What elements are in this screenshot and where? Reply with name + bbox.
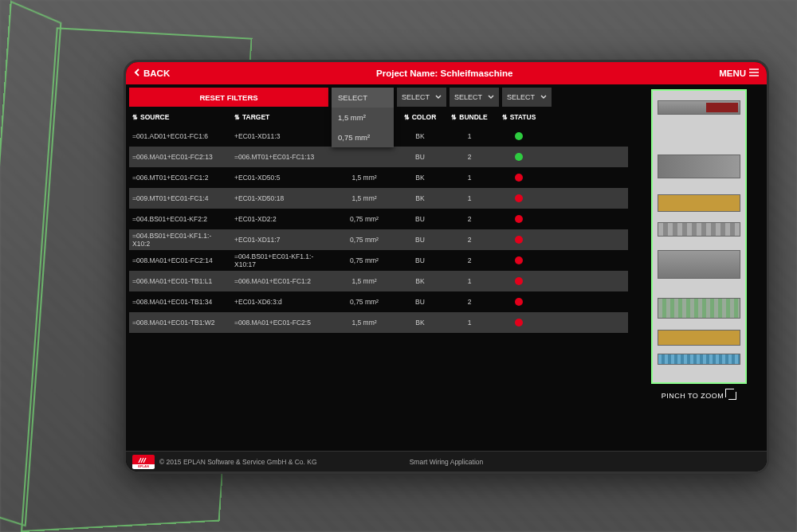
column-header-bundle[interactable]: ⇅ BUNDLE: [445, 113, 494, 121]
cell-bundle: 1: [445, 194, 494, 202]
preview-rack: [658, 155, 740, 178]
cell-status: [494, 298, 544, 306]
status-dot-icon: [515, 298, 523, 306]
app-window: BACK Project Name: Schleifmaschine MENU …: [124, 60, 769, 474]
content-area: RESET FILTERS SELECT 1,5 mm² 0,75 mm² SE…: [126, 84, 767, 451]
cell-source: =008.MA01+EC01-FC2:14: [129, 256, 231, 264]
hamburger-icon: [749, 68, 759, 78]
chevron-left-icon: [134, 68, 140, 78]
status-dot-icon: [515, 319, 523, 327]
zoom-hint: PINCH TO ZOOM: [662, 392, 737, 400]
filter-color-select[interactable]: SELECT: [397, 88, 446, 107]
filter-status-select[interactable]: SELECT: [502, 88, 552, 107]
cell-cross-section: 0,75 mm²: [333, 298, 395, 306]
dropdown-option[interactable]: 1,5 mm²: [332, 108, 394, 127]
cell-bundle: 1: [445, 174, 494, 182]
chevron-down-icon: [488, 93, 494, 101]
cell-bundle: 2: [445, 215, 494, 223]
header-bar: BACK Project Name: Schleifmaschine MENU: [126, 62, 767, 84]
back-button[interactable]: BACK: [134, 68, 170, 78]
cell-target: =008.MA01+EC01-FC2:5: [231, 319, 333, 327]
cell-target: =006.MA01+EC01-FC1:2: [231, 277, 333, 285]
table-row[interactable]: =004.BS01+EC01-KF1.1:-X10:2+EC01-XD11:70…: [129, 229, 628, 250]
cell-bundle: 1: [445, 277, 494, 285]
filter-row: RESET FILTERS SELECT 1,5 mm² 0,75 mm² SE…: [129, 88, 628, 107]
table-row[interactable]: =008.MA01+EC01-TB1:W2=008.MA01+EC01-FC2:…: [129, 312, 628, 333]
cell-target: =006.MT01+EC01-FC1:13: [231, 153, 333, 161]
sort-icon: ⇅: [234, 114, 240, 121]
table-body: =001.AD01+EC01-FC1:6+EC01-XD11:3BK1=006.…: [129, 126, 628, 333]
preview-rack: [658, 222, 740, 237]
cell-status: [494, 277, 544, 285]
table-row[interactable]: =004.BS01+EC01-KF2:2+EC01-XD2:20,75 mm²B…: [129, 209, 628, 229]
table-row[interactable]: =009.MT01+EC01-FC1:4+EC01-XD50:181,5 mm²…: [129, 188, 628, 209]
cabinet-preview[interactable]: [651, 89, 747, 384]
cell-bundle: 2: [445, 256, 494, 264]
cell-source: =006.MA01+EC01-FC2:13: [129, 153, 231, 161]
cell-cross-section: 0,75 mm²: [333, 236, 395, 244]
status-dot-icon: [515, 236, 523, 244]
cell-color: BK: [395, 174, 445, 182]
column-header-source[interactable]: ⇅ SOURCE: [129, 113, 231, 121]
column-header-status[interactable]: ⇅ STATUS: [494, 113, 544, 121]
cell-status: [494, 194, 544, 202]
table-row[interactable]: =006.MA01+EC01-TB1:L1=006.MA01+EC01-FC1:…: [129, 271, 628, 291]
cell-cross-section: 1,5 mm²: [333, 319, 395, 327]
table-row[interactable]: =008.MA01+EC01-TB1:34+EC01-XD6:3:d0,75 m…: [129, 291, 628, 312]
cross-section-dropdown[interactable]: SELECT 1,5 mm² 0,75 mm²: [332, 88, 394, 147]
cell-status: [494, 236, 544, 244]
status-dot-icon: [515, 174, 523, 182]
preview-rack: [658, 250, 740, 279]
eplan-logo: EPLAN: [132, 455, 155, 469]
reset-filters-button[interactable]: RESET FILTERS: [129, 88, 328, 107]
preview-rack: [658, 330, 740, 346]
cell-source: =001.AD01+EC01-FC1:6: [129, 132, 231, 140]
cell-source: =006.MT01+EC01-FC1:2: [129, 174, 231, 182]
cell-target: +EC01-XD6:3:d: [231, 298, 333, 306]
column-header-target[interactable]: ⇅ TARGET: [231, 113, 333, 121]
table-panel: RESET FILTERS SELECT 1,5 mm² 0,75 mm² SE…: [126, 84, 631, 451]
cell-target: =004.BS01+EC01-KF1.1:-X10:17: [231, 252, 333, 268]
cell-target: +EC01-XD11:3: [231, 132, 333, 140]
cell-bundle: 1: [445, 319, 494, 327]
status-dot-icon: [515, 277, 523, 285]
cell-color: BU: [395, 256, 445, 264]
cell-color: BU: [395, 215, 445, 223]
table-row[interactable]: =006.MT01+EC01-FC1:2+EC01-XD50:51,5 mm²B…: [129, 167, 628, 188]
column-header-color[interactable]: ⇅ COLOR: [395, 113, 445, 121]
back-label: BACK: [143, 68, 170, 78]
expand-icon: [728, 392, 736, 400]
cell-target: +EC01-XD50:5: [231, 174, 333, 182]
cell-color: BU: [395, 153, 445, 161]
cell-source: =006.MA01+EC01-TB1:L1: [129, 277, 231, 285]
table-row[interactable]: =008.MA01+EC01-FC2:14=004.BS01+EC01-KF1.…: [129, 250, 628, 271]
menu-button[interactable]: MENU: [719, 68, 759, 78]
chevron-down-icon: [435, 93, 442, 101]
preview-rack: [658, 354, 740, 365]
cell-bundle: 2: [445, 298, 494, 306]
copyright-text: © 2015 EPLAN Software & Service GmbH & C…: [159, 458, 317, 466]
sort-icon: ⇅: [502, 114, 508, 121]
cell-cross-section: 1,5 mm²: [333, 194, 395, 202]
sort-icon: ⇅: [132, 114, 138, 121]
cell-source: =004.BS01+EC01-KF2:2: [129, 215, 231, 223]
cell-color: BK: [395, 319, 445, 327]
cell-status: [494, 132, 544, 140]
page-title: Project Name: Schleifmaschine: [170, 68, 719, 78]
cell-status: [494, 215, 544, 223]
dropdown-option[interactable]: SELECT: [332, 88, 394, 108]
cell-cross-section: 1,5 mm²: [333, 277, 395, 285]
cell-target: +EC01-XD2:2: [231, 215, 333, 223]
cell-color: BU: [395, 298, 445, 306]
cell-cross-section: 0,75 mm²: [333, 256, 395, 264]
chevron-down-icon: [540, 93, 547, 101]
filter-bundle-select[interactable]: SELECT: [450, 88, 499, 107]
cell-bundle: 2: [445, 236, 494, 244]
table-row[interactable]: =006.MA01+EC01-FC2:13=006.MT01+EC01-FC1:…: [129, 147, 628, 167]
cell-cross-section: 0,75 mm²: [333, 215, 395, 223]
dropdown-option[interactable]: 0,75 mm²: [332, 127, 394, 147]
status-dot-icon: [515, 215, 523, 223]
cell-status: [494, 256, 544, 264]
cell-cross-section: 1,5 mm²: [333, 174, 395, 182]
status-dot-icon: [515, 132, 523, 140]
